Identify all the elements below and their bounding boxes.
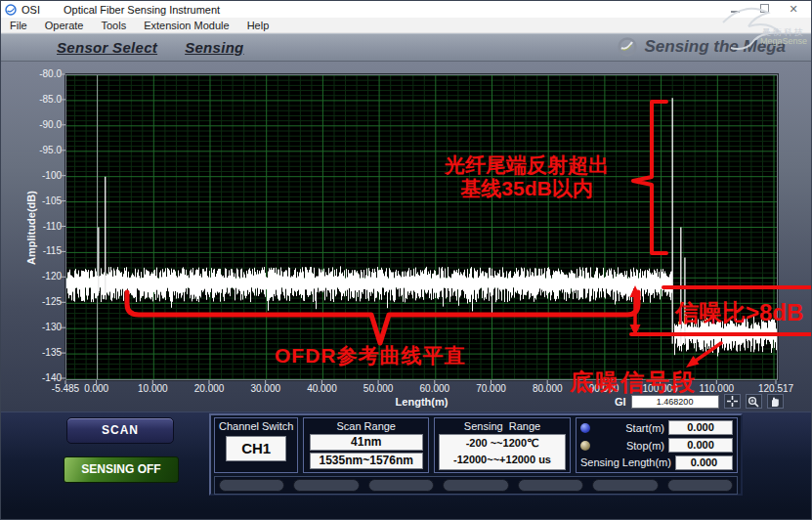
y-tick-label: -90.0 bbox=[21, 119, 62, 130]
channel-switch-label: Channel Switch bbox=[219, 420, 293, 432]
brand-text: Sensing the Mega bbox=[644, 37, 786, 57]
sensing-range-values: -200 ~~1200℃ -12000~~+12000 us bbox=[439, 434, 566, 470]
stop-label: Stop(m) bbox=[626, 440, 664, 452]
y-tick-label: -115 bbox=[21, 245, 62, 256]
stop-row: Stop(m) 0.000 bbox=[580, 437, 733, 455]
scan-range-span: 41nm bbox=[310, 434, 423, 451]
menu-help[interactable]: Help bbox=[238, 20, 278, 31]
gi-input[interactable]: 1.468200 bbox=[631, 395, 719, 409]
y-tick-label: -80.0 bbox=[21, 68, 62, 79]
sensing-range-panel: Sensing Range -200 ~~1200℃ -12000~~+1200… bbox=[434, 417, 571, 473]
y-tick-label: -120 bbox=[21, 271, 62, 282]
annotation-fiber-end-line2: 基线35dB以内 bbox=[428, 177, 625, 200]
stop-value[interactable]: 0.000 bbox=[668, 438, 733, 453]
x-tick-label: 0.000 bbox=[84, 383, 108, 394]
ofdr-trace-plot bbox=[66, 75, 777, 379]
scan-range-label: Scan Range bbox=[336, 420, 396, 432]
position-panel: Start(m) 0.000 Stop(m) 0.000 Sensing Len… bbox=[576, 417, 738, 473]
title-bar: OSI Optical Fiber Sensing Instrument ✕ bbox=[1, 1, 811, 18]
y-tick-label: -125 bbox=[21, 296, 62, 307]
channel-switch-value[interactable]: CH1 bbox=[226, 436, 286, 461]
x-tick-label: 20.000 bbox=[194, 383, 225, 394]
tab-bar: Sensor Select Sensing Sensing the Mega bbox=[1, 33, 811, 62]
start-row: Start(m) 0.000 bbox=[580, 419, 733, 437]
app-short-name: OSI bbox=[21, 4, 40, 16]
annotation-ofdr-flat: OFDR参考曲线平直 bbox=[275, 344, 466, 368]
x-tick-label: 70.000 bbox=[476, 383, 506, 394]
menu-file[interactable]: File bbox=[1, 20, 36, 31]
tab-sensor-select[interactable]: Sensor Select bbox=[57, 39, 157, 56]
blank-button[interactable] bbox=[518, 479, 583, 492]
annotation-snr: 信噪比>8dB bbox=[675, 299, 803, 326]
y-tick-label: -130 bbox=[21, 322, 62, 332]
blank-button[interactable] bbox=[219, 479, 284, 492]
start-label: Start(m) bbox=[625, 422, 664, 434]
menu-tools[interactable]: Tools bbox=[92, 20, 135, 31]
x-tick-label: -5.485 bbox=[52, 383, 79, 394]
app-icon bbox=[5, 4, 17, 16]
x-axis-title: Length(m) bbox=[380, 396, 463, 408]
y-tick-label: -105 bbox=[21, 195, 62, 206]
control-section: SCAN SENSING OFF Channel Switch CH1 Scan… bbox=[1, 412, 811, 520]
chart-section: Amplitude(dB) -80.0-85.0-90.0-95.0-100-1… bbox=[1, 62, 811, 412]
sensing-length-value[interactable]: 0.000 bbox=[675, 455, 733, 470]
window-title: Optical Fiber Sensing Instrument bbox=[64, 4, 220, 16]
annotation-fiber-end: 光纤尾端反射超出 基线35dB以内 bbox=[428, 153, 625, 200]
x-tick-label: 40.000 bbox=[307, 383, 337, 394]
x-tick-label: 50.000 bbox=[363, 383, 394, 394]
app-window: OSI Optical Fiber Sensing Instrument ✕ F… bbox=[0, 0, 812, 520]
x-tick-label: 120.517 bbox=[758, 383, 793, 394]
maximize-icon[interactable] bbox=[756, 1, 772, 18]
x-tick-label: 110.000 bbox=[700, 383, 734, 394]
y-tick-label: -100 bbox=[21, 170, 62, 181]
scan-button[interactable]: SCAN bbox=[66, 417, 174, 444]
annotation-noise-floor: 底噪信号段 bbox=[570, 368, 697, 396]
x-tick-label: 30.000 bbox=[250, 383, 280, 394]
tab-sensing[interactable]: Sensing bbox=[185, 39, 243, 56]
menu-operate[interactable]: Operate bbox=[36, 20, 93, 31]
gi-label: GI bbox=[615, 396, 626, 408]
blank-button[interactable] bbox=[443, 479, 508, 492]
brand-swoosh-icon bbox=[617, 36, 638, 58]
pan-hand-tool-icon[interactable] bbox=[767, 394, 784, 409]
crosshair-tool-icon[interactable] bbox=[724, 394, 741, 409]
start-indicator-icon bbox=[580, 423, 590, 433]
sensing-range-temperature: -200 ~~1200℃ bbox=[440, 435, 565, 452]
stop-indicator-icon bbox=[580, 441, 590, 451]
settings-row: Channel Switch CH1 Scan Range 41nm 1535n… bbox=[214, 417, 738, 473]
settings-panel: Channel Switch CH1 Scan Range 41nm 1535n… bbox=[209, 413, 743, 496]
blank-button[interactable] bbox=[592, 479, 658, 492]
sensing-length-row: Sensing Length(m) 0.000 bbox=[580, 454, 733, 471]
close-icon[interactable]: ✕ bbox=[786, 1, 801, 18]
gi-row: GI 1.468200 bbox=[615, 394, 784, 409]
sensing-length-label: Sensing Length(m) bbox=[580, 456, 671, 468]
channel-switch-panel: Channel Switch CH1 bbox=[214, 417, 298, 473]
x-tick-label: 80.000 bbox=[533, 383, 563, 394]
blank-button[interactable] bbox=[667, 479, 733, 492]
menu-extension-module[interactable]: Extension Module bbox=[135, 20, 237, 31]
y-tick-label: -85.0 bbox=[21, 94, 62, 105]
minimize-icon[interactable] bbox=[727, 1, 743, 18]
y-tick-label: -110 bbox=[21, 221, 62, 232]
annotation-fiber-end-line1: 光纤尾端反射超出 bbox=[428, 153, 625, 177]
start-value[interactable]: 0.000 bbox=[668, 420, 733, 435]
scan-range-wavelengths: 1535nm~1576nm bbox=[310, 453, 423, 469]
sensing-range-label: Sensing Range bbox=[464, 420, 540, 432]
y-tick-label: -140 bbox=[21, 372, 62, 383]
scan-range-panel: Scan Range 41nm 1535nm~1576nm bbox=[303, 417, 429, 473]
plot-area[interactable] bbox=[65, 74, 778, 380]
window-controls: ✕ bbox=[727, 1, 809, 18]
blank-button-strip bbox=[214, 476, 738, 495]
y-tick-label: -95.0 bbox=[21, 145, 62, 155]
x-tick-label: 60.000 bbox=[420, 383, 450, 394]
y-tick-label: -135 bbox=[21, 347, 62, 358]
brand-logo: Sensing the Mega bbox=[617, 36, 786, 58]
sensing-range-strain: -12000~~+12000 us bbox=[440, 452, 565, 468]
zoom-tool-icon[interactable] bbox=[746, 394, 762, 409]
blank-button[interactable] bbox=[368, 479, 434, 492]
x-tick-label: 10.000 bbox=[138, 383, 168, 394]
blank-button[interactable] bbox=[293, 479, 359, 492]
sensing-off-button[interactable]: SENSING OFF bbox=[64, 456, 179, 483]
menu-bar: File Operate Tools Extension Module Help bbox=[1, 18, 811, 33]
